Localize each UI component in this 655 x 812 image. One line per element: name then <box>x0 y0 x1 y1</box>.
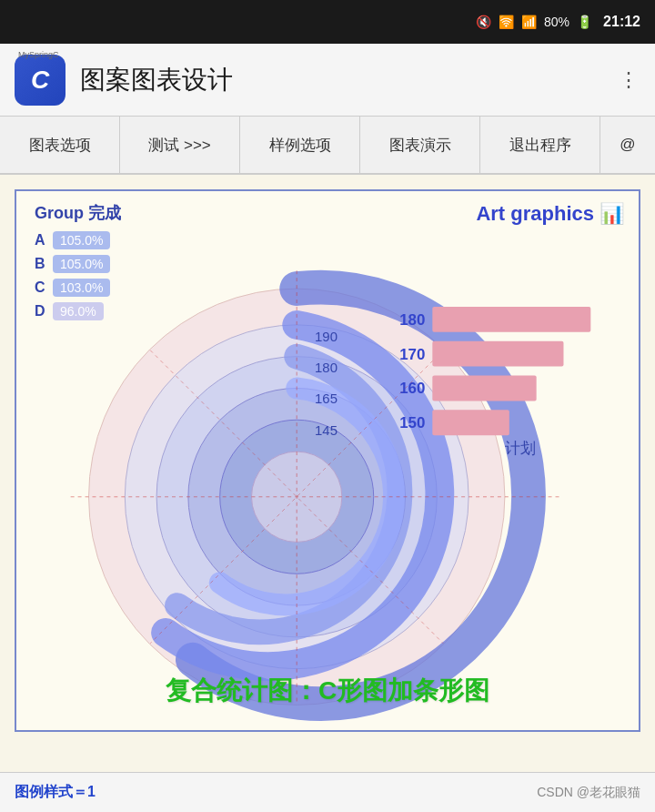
chart-caption: 复合统计图：C形图加条形图 <box>166 674 489 708</box>
status-bar: 🔇 🛜 📶 80% 🔋 21:12 <box>0 0 655 44</box>
legend-badge-d: 96.0% <box>53 302 104 320</box>
group-title: Group 完成 <box>35 202 121 224</box>
mute-icon: 🔇 <box>476 15 491 29</box>
svg-text:计划: 计划 <box>505 440 536 457</box>
svg-text:170: 170 <box>399 346 425 363</box>
legend-item-b: B 105.0% <box>35 255 121 273</box>
legend-letter-c: C <box>35 279 49 296</box>
bottom-bar: 图例样式＝1 CSDN @老花眼猫 <box>0 772 655 812</box>
myspring-label: MySpringC <box>18 50 59 59</box>
chart-bar-icon: 📊 <box>600 202 624 226</box>
group-legend: Group 完成 A 105.0% B 105.0% C 103.0% D 96… <box>35 202 121 326</box>
tab-test[interactable]: 测试 >>> <box>120 117 240 173</box>
svg-text:180: 180 <box>399 311 425 329</box>
tab-at[interactable]: @ <box>600 117 655 173</box>
app-icon-letter: C <box>31 66 49 95</box>
legend-item-c: C 103.0% <box>35 279 121 297</box>
svg-rect-18 <box>432 376 536 401</box>
wifi-icon: 🛜 <box>499 15 514 29</box>
tab-exit[interactable]: 退出程序 <box>480 117 600 173</box>
svg-rect-14 <box>432 307 590 332</box>
app-title: 图案图表设计 <box>80 63 619 97</box>
chart-container: 190 180 165 145 180 170 160 150 计划 Art g… <box>15 189 640 732</box>
legend-badge-a: 105.0% <box>53 231 110 249</box>
svg-text:160: 160 <box>399 380 425 397</box>
tab-chart-demo[interactable]: 图表演示 <box>360 117 480 173</box>
header-menu-icon[interactable]: ⋮ <box>619 68 640 92</box>
legend-letter-a: A <box>35 232 49 249</box>
legend-style-label: 图例样式＝1 <box>15 783 96 802</box>
tab-chart-options[interactable]: 图表选项 <box>0 117 120 173</box>
legend-badge-c: 103.0% <box>53 279 110 297</box>
svg-text:150: 150 <box>399 414 425 431</box>
chart-header: Art graphics 📊 <box>476 202 624 226</box>
art-graphics-label: Art graphics <box>476 202 594 226</box>
svg-rect-16 <box>432 341 563 367</box>
legend-letter-b: B <box>35 256 49 272</box>
signal-icon: 📶 <box>521 15 537 29</box>
legend-letter-d: D <box>35 303 49 320</box>
svg-text:165: 165 <box>315 391 338 406</box>
battery-icon: 🔋 <box>577 15 592 29</box>
tab-sample-options[interactable]: 样例选项 <box>240 117 360 173</box>
app-header: C MySpringC 图案图表设计 ⋮ <box>0 44 655 117</box>
main-area: 190 180 165 145 180 170 160 150 计划 Art g… <box>0 175 655 772</box>
status-time: 21:12 <box>603 14 640 30</box>
svg-text:145: 145 <box>315 423 338 438</box>
nav-tabs: 图表选项 测试 >>> 样例选项 图表演示 退出程序 @ <box>0 117 655 175</box>
credit-label: CSDN @老花眼猫 <box>537 785 640 801</box>
svg-text:180: 180 <box>315 360 338 375</box>
legend-item-d: D 96.0% <box>35 302 121 320</box>
svg-text:190: 190 <box>315 330 338 344</box>
legend-badge-b: 105.0% <box>53 255 110 273</box>
battery-level: 80% <box>544 15 569 29</box>
app-icon: C <box>15 55 66 106</box>
svg-rect-20 <box>432 410 509 435</box>
legend-item-a: A 105.0% <box>35 231 121 249</box>
